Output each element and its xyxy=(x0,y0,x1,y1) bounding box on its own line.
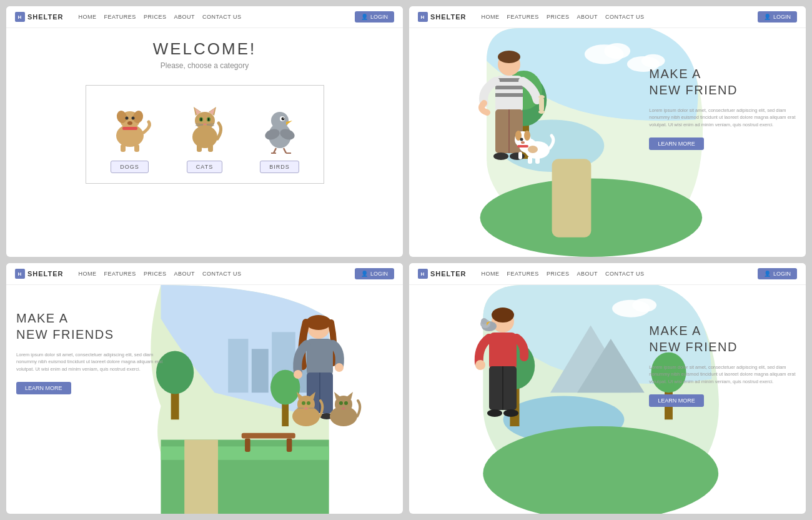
panel3-text: MAKE A NEW FRIENDS Lorem ipsum dolor sit… xyxy=(6,298,173,407)
panel4-text: MAKE A NEW FRIEND Lorem ipsum dolor sit … xyxy=(639,310,806,419)
welcome-content: WELCOME! Please, choose a category xyxy=(6,28,403,257)
svg-rect-8 xyxy=(121,144,126,152)
svg-rect-70 xyxy=(517,145,528,148)
svg-point-92 xyxy=(335,363,344,372)
dog-friend-content: MAKE A NEW FRIEND Lorem ipsum dolor sit … xyxy=(409,28,806,257)
cat-friend-content: MAKE A NEW FRIENDS Lorem ipsum dolor sit… xyxy=(6,285,403,514)
svg-rect-75 xyxy=(252,349,269,392)
svg-rect-87 xyxy=(184,440,218,514)
svg-point-110 xyxy=(339,401,343,405)
panel4-lorem: Lorem ipsum dolor sit amet, consectetuer… xyxy=(649,364,796,385)
navbar-2: H SHELTER HOME FEATURES PRICES ABOUT CON… xyxy=(409,6,806,28)
learn-more-btn-3[interactable]: LEARN MORE xyxy=(16,382,71,394)
svg-point-50 xyxy=(498,51,520,63)
svg-point-18 xyxy=(201,118,202,121)
svg-rect-73 xyxy=(518,152,522,159)
svg-point-69 xyxy=(521,141,525,144)
svg-rect-9 xyxy=(134,144,139,152)
svg-rect-85 xyxy=(245,438,250,452)
navbar-3: H SHELTER HOME FEATURES PRICES ABOUT CON… xyxy=(6,263,403,285)
logo-icon-4: H xyxy=(418,269,428,279)
learn-more-btn-4[interactable]: LEARN MORE xyxy=(649,394,704,407)
logo-icon-3: H xyxy=(15,269,25,279)
login-btn-2[interactable]: 👤 LOGIN xyxy=(758,11,797,22)
svg-point-91 xyxy=(294,370,302,379)
svg-point-126 xyxy=(475,360,485,370)
svg-point-30 xyxy=(271,112,289,129)
logo-4: H SHELTER xyxy=(418,269,467,279)
svg-point-33 xyxy=(283,118,284,119)
svg-point-129 xyxy=(481,318,487,324)
logo-icon-2: H xyxy=(418,12,428,22)
learn-more-btn-2[interactable]: LEARN MORE xyxy=(649,138,704,150)
svg-point-6 xyxy=(127,121,132,125)
svg-point-134 xyxy=(503,409,518,417)
panel2-lorem: Lorem ipsum dolor sit amet, consectetuer… xyxy=(649,107,796,128)
category-birds: BIRDS xyxy=(255,98,305,173)
panel3-title: MAKE A NEW FRIENDS xyxy=(16,310,163,342)
svg-rect-72 xyxy=(535,156,540,164)
svg-point-102 xyxy=(307,401,310,405)
svg-point-124 xyxy=(492,308,514,322)
svg-point-60 xyxy=(493,152,508,160)
svg-point-11 xyxy=(195,112,215,129)
panel2-text: MAKE A NEW FRIEND Lorem ipsum dolor sit … xyxy=(639,53,806,162)
logo-icon-1: H xyxy=(15,12,25,22)
nav-links-2: HOME FEATURES PRICES ABOUT CONTACT US xyxy=(482,14,645,20)
svg-rect-71 xyxy=(528,156,532,164)
welcome-subtitle: Please, choose a category xyxy=(161,61,249,70)
svg-point-68 xyxy=(520,138,523,141)
logo-3: H SHELTER xyxy=(15,269,64,279)
panel-welcome: H SHELTER HOME FEATURES PRICES ABOUT CON… xyxy=(6,6,403,257)
categories-container: DOGS xyxy=(86,85,324,184)
cats-button[interactable]: CATS xyxy=(187,161,222,173)
panel2-title: MAKE A NEW FRIEND xyxy=(649,66,796,98)
logo-2: H SHELTER xyxy=(418,12,467,22)
login-btn-1[interactable]: 👤 LOGIN xyxy=(355,11,394,22)
cat-illustration xyxy=(180,98,230,154)
birds-button[interactable]: BIRDS xyxy=(260,161,299,173)
svg-rect-7 xyxy=(122,127,137,130)
svg-rect-26 xyxy=(208,144,213,152)
svg-rect-54 xyxy=(495,93,523,97)
panel-cat-friend: H SHELTER HOME FEATURES PRICES ABOUT CON… xyxy=(6,263,403,514)
svg-point-40 xyxy=(604,43,630,59)
svg-point-5 xyxy=(131,117,134,120)
login-btn-3[interactable]: 👤 LOGIN xyxy=(355,268,394,279)
panel-dog-friend: H SHELTER HOME FEATURES PRICES ABOUT CON… xyxy=(409,6,806,257)
panel4-title: MAKE A NEW FRIEND xyxy=(649,322,796,355)
dog-figure xyxy=(509,122,559,166)
svg-point-64 xyxy=(528,146,538,153)
welcome-title: WELCOME! xyxy=(153,39,257,59)
svg-point-111 xyxy=(344,401,348,405)
navbar-1: H SHELTER HOME FEATURES PRICES ABOUT CON… xyxy=(6,6,403,28)
svg-point-4 xyxy=(125,117,128,120)
dogs-button[interactable]: DOGS xyxy=(111,161,149,173)
dog-illustration xyxy=(105,98,155,154)
svg-line-35 xyxy=(274,148,276,153)
panel-bird-friend: H SHELTER HOME FEATURES PRICES ABOUT CON… xyxy=(409,263,806,514)
bird-illustration xyxy=(255,98,305,154)
svg-rect-86 xyxy=(287,438,292,452)
login-btn-4[interactable]: 👤 LOGIN xyxy=(758,268,797,279)
category-cats: CATS xyxy=(180,98,230,173)
svg-rect-74 xyxy=(228,339,248,392)
svg-line-36 xyxy=(284,148,286,153)
svg-point-67 xyxy=(524,131,530,141)
bird-friend-content: MAKE A NEW FRIEND Lorem ipsum dolor sit … xyxy=(409,285,806,514)
svg-point-101 xyxy=(302,401,305,405)
cats-figure xyxy=(284,382,365,432)
category-dogs: DOGS xyxy=(105,98,155,173)
nav-links-4: HOME FEATURES PRICES ABOUT CONTACT US xyxy=(482,271,645,277)
svg-rect-53 xyxy=(495,86,523,89)
svg-point-133 xyxy=(487,409,502,417)
nav-links-3: HOME FEATURES PRICES ABOUT CONTACT US xyxy=(79,271,242,277)
svg-rect-25 xyxy=(197,144,202,152)
nav-links-1: HOME FEATURES PRICES ABOUT CONTACT US xyxy=(79,14,242,20)
svg-point-32 xyxy=(281,118,284,121)
svg-rect-58 xyxy=(539,98,544,111)
logo-1: H SHELTER xyxy=(15,12,64,22)
panel3-lorem: Lorem ipsum dolor sit amet, consectetuer… xyxy=(16,351,163,372)
man2-figure xyxy=(465,304,540,441)
svg-point-59 xyxy=(538,110,545,114)
